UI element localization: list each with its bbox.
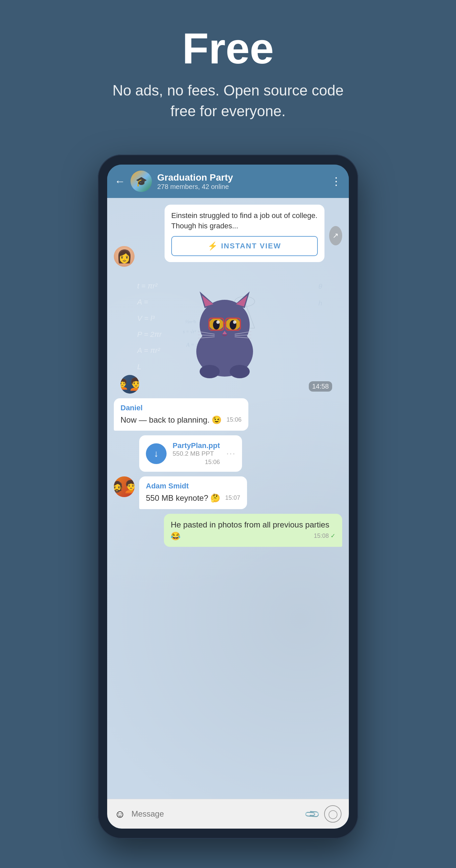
adam-time: 15:07 [225,494,240,502]
hero-section: Free No ads, no fees. Open source code f… [0,0,456,141]
instant-view-message: Einstein struggled to find a job out of … [164,205,325,262]
adam-message: Adam Smidt 550 MB keynote? 🤔 15:07 [139,476,247,509]
daniel-message: Daniel Now — back to planning. 😉 15:06 [114,398,248,431]
adam-text: 550 MB keynote? 🤔 15:07 [146,492,240,504]
cat-sticker: h s s = √r² + h² A = πr² + πrs ⅓πr²h [178,281,278,388]
svg-point-20 [216,320,220,324]
sticker-time: 14:58 [309,381,332,392]
message-input[interactable] [131,809,300,818]
share-button[interactable]: ↗ [329,226,342,245]
group-members: 278 members, 42 online [157,183,326,191]
file-size: 550.2 MB PPT [173,450,220,457]
instant-view-label: INSTANT VIEW [221,242,281,250]
outgoing-message-row: He pasted in photos from all previous pa… [114,514,342,547]
outgoing-time: 15:08 ✓ [314,532,335,540]
adam-avatar: 🧔 [114,476,134,497]
message-input-area: ☺ 📎 ◯ [107,799,349,829]
hero-subtitle: No ads, no fees. Open source code free f… [111,80,345,121]
group-info: Graduation Party 278 members, 42 online [157,172,326,191]
phone-outer: ← 🎓 Graduation Party 278 members, 42 onl… [98,155,358,839]
outgoing-text: He pasted in photos from all previous pa… [171,519,335,541]
emoji-button[interactable]: ☺ [115,808,125,820]
sticker-area: t = πr² A = V = l³ P = 2πr A = πr² L [114,271,342,398]
file-info: PartyPlan.ppt 550.2 MB PPT 15:06 [173,441,220,466]
group-avatar: 🎓 [130,170,152,192]
math-right: θh [318,278,322,311]
chat-area: Einstein struggled to find a job out of … [107,198,349,799]
file-message-row: ↓ PartyPlan.ppt 550.2 MB PPT 15:06 ⋯ [114,435,342,472]
svg-point-33 [230,365,250,378]
file-more-button[interactable]: ⋯ [226,448,235,459]
file-message: ↓ PartyPlan.ppt 550.2 MB PPT 15:06 ⋯ [139,435,242,472]
adam-sender: Adam Smidt [146,482,240,490]
sticker-avatar: 🧑‍🦱 [121,375,139,394]
file-time: 15:06 [205,459,220,466]
chat-header: ← 🎓 Graduation Party 278 members, 42 onl… [107,164,349,198]
math-background: t = πr² A = V = l³ P = 2πr A = πr² L [130,271,168,381]
camera-icon: ◯ [328,809,338,819]
attach-button[interactable]: 📎 [303,806,321,823]
daniel-time: 15:06 [226,416,241,424]
phone-screen: ← 🎓 Graduation Party 278 members, 42 onl… [107,164,349,829]
phone-mockup: ← 🎓 Graduation Party 278 members, 42 onl… [98,155,358,839]
instant-view-text: Einstein struggled to find a job out of … [171,211,318,231]
svg-point-32 [200,365,220,378]
file-name: PartyPlan.ppt [173,441,220,450]
group-name: Graduation Party [157,172,326,183]
lightning-icon: ⚡ [208,241,218,251]
download-button[interactable]: ↓ [146,443,166,464]
daniel-sender: Daniel [121,404,242,412]
daniel-text: Now — back to planning. 😉 15:06 [121,414,242,426]
svg-point-21 [233,320,236,324]
user-avatar-girl [114,246,134,267]
camera-button[interactable]: ◯ [324,805,341,823]
svg-text:⅓πr²h: ⅓πr²h [185,319,196,324]
menu-button[interactable]: ⋮ [331,175,341,188]
adam-message-row: 🧔 Adam Smidt 550 MB keynote? 🤔 15:07 [114,476,342,509]
daniel-message-row: Daniel Now — back to planning. 😉 15:06 [114,398,342,431]
instant-view-row: Einstein struggled to find a job out of … [114,205,342,267]
back-button[interactable]: ← [115,175,125,188]
hero-title: Free [13,27,443,70]
outgoing-message: He pasted in photos from all previous pa… [164,514,342,547]
instant-view-button[interactable]: ⚡ INSTANT VIEW [171,236,318,256]
